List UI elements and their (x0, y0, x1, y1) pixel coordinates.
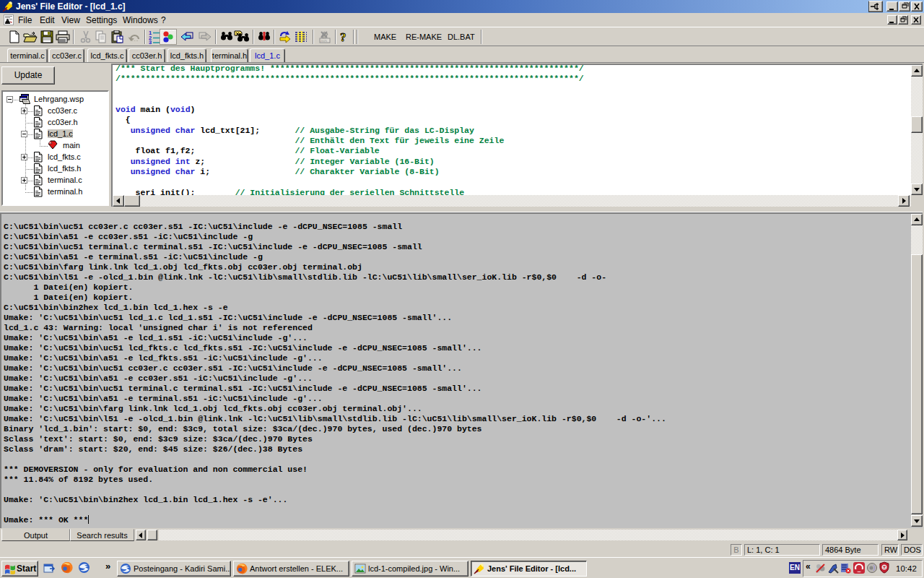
svg-text:3: 3 (149, 39, 152, 44)
svg-text:?: ? (340, 30, 346, 43)
svg-text:2025: 2025 (321, 39, 328, 43)
